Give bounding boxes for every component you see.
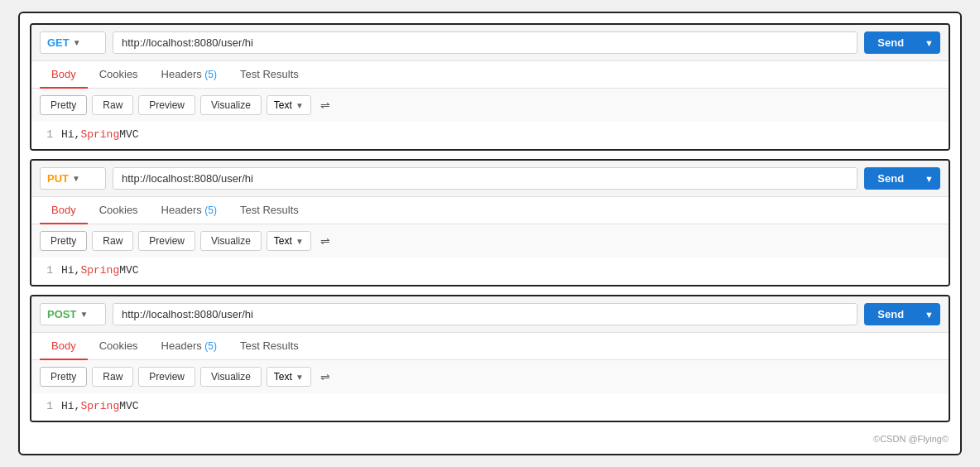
send-label-1: Send xyxy=(864,36,917,49)
tabs-bar-1: Body Cookies Headers (5) Test Results xyxy=(31,61,949,89)
code-spring-3: Spring xyxy=(80,400,119,412)
send-arrow-2: ▼ xyxy=(918,174,940,184)
footer-text: ©CSDN @Flying© xyxy=(873,434,949,444)
tab-testresults-2[interactable]: Test Results xyxy=(228,197,310,224)
format-pretty-3[interactable]: Pretty xyxy=(40,367,87,387)
tabs-bar-3: Body Cookies Headers (5) Test Results xyxy=(31,333,949,360)
format-raw-1[interactable]: Raw xyxy=(92,95,133,115)
tabs-bar-2: Body Cookies Headers (5) Test Results xyxy=(31,197,949,224)
format-preview-2[interactable]: Preview xyxy=(138,231,195,251)
send-arrow-1: ▼ xyxy=(918,38,940,48)
method-select-1[interactable]: GET ▼ xyxy=(40,31,106,54)
text-select-label-2: Text xyxy=(274,235,292,247)
url-input-1[interactable] xyxy=(113,31,858,54)
line-number-1: 1 xyxy=(40,128,53,141)
method-select-2[interactable]: PUT ▼ xyxy=(40,167,106,190)
tab-body-3[interactable]: Body xyxy=(40,333,88,360)
text-select-3[interactable]: Text ▼ xyxy=(267,367,311,387)
format-visualize-3[interactable]: Visualize xyxy=(200,367,262,387)
headers-badge-3: (5) xyxy=(204,340,217,352)
code-hi-1: Hi, xyxy=(61,128,80,141)
send-label-3: Send xyxy=(864,308,917,320)
format-pretty-1[interactable]: Pretty xyxy=(40,95,87,115)
line-number-2: 1 xyxy=(40,264,53,277)
send-arrow-3: ▼ xyxy=(918,310,940,320)
code-hi-2: Hi, xyxy=(61,264,80,277)
send-button-3[interactable]: Send ▼ xyxy=(864,303,940,325)
headers-badge-2: (5) xyxy=(204,205,217,216)
format-raw-3[interactable]: Raw xyxy=(92,367,133,387)
tab-headers-2[interactable]: Headers (5) xyxy=(150,197,228,224)
text-select-chevron-1: ▼ xyxy=(295,101,304,110)
format-preview-1[interactable]: Preview xyxy=(138,95,195,115)
method-label-3: POST xyxy=(47,308,76,320)
method-chevron-3: ▼ xyxy=(79,310,88,319)
tab-body-2[interactable]: Body xyxy=(40,197,88,224)
request-block-2: PUT ▼ Send ▼ Body Cookies Headers (5) Te… xyxy=(30,159,950,286)
text-select-2[interactable]: Text ▼ xyxy=(267,231,311,251)
text-select-chevron-3: ▼ xyxy=(295,373,304,382)
wrap-icon-1[interactable]: ⇌ xyxy=(316,96,334,114)
code-line-3: 1 Hi,SpringMVC xyxy=(40,400,940,412)
tab-testresults-3[interactable]: Test Results xyxy=(228,333,310,360)
wrap-icon-2[interactable]: ⇌ xyxy=(316,232,334,250)
code-line-2: 1 Hi,SpringMVC xyxy=(40,264,940,277)
url-input-3[interactable] xyxy=(113,303,858,325)
tab-headers-3[interactable]: Headers (5) xyxy=(150,333,228,360)
method-label-1: GET xyxy=(47,36,70,49)
text-select-1[interactable]: Text ▼ xyxy=(267,95,311,115)
code-hi-3: Hi, xyxy=(61,400,80,412)
headers-badge-1: (5) xyxy=(204,69,217,80)
send-button-1[interactable]: Send ▼ xyxy=(864,31,940,54)
main-container: GET ▼ Send ▼ Body Cookies Headers (5) Te… xyxy=(18,12,962,455)
code-mvc-3: MVC xyxy=(119,400,138,412)
wrap-icon-3[interactable]: ⇌ xyxy=(316,368,334,386)
code-content-2: Hi,SpringMVC xyxy=(61,264,139,277)
code-mvc-1: MVC xyxy=(119,128,138,141)
body-toolbar-3: Pretty Raw Preview Visualize Text ▼ ⇌ xyxy=(31,360,949,393)
url-bar-3: POST ▼ Send ▼ xyxy=(31,296,949,333)
format-raw-2[interactable]: Raw xyxy=(92,231,133,251)
tab-body-1[interactable]: Body xyxy=(40,61,88,89)
body-toolbar-2: Pretty Raw Preview Visualize Text ▼ ⇌ xyxy=(31,224,949,258)
format-pretty-2[interactable]: Pretty xyxy=(40,231,87,251)
code-area-1: 1 Hi,SpringMVC xyxy=(31,122,949,149)
tab-cookies-3[interactable]: Cookies xyxy=(88,333,150,360)
format-visualize-1[interactable]: Visualize xyxy=(200,95,262,115)
tab-cookies-2[interactable]: Cookies xyxy=(88,197,150,224)
code-line-1: 1 Hi,SpringMVC xyxy=(40,128,940,141)
url-bar-1: GET ▼ Send ▼ xyxy=(31,25,949,61)
page-footer: ©CSDN @Flying© xyxy=(30,431,950,444)
request-block-1: GET ▼ Send ▼ Body Cookies Headers (5) Te… xyxy=(30,23,950,151)
code-area-2: 1 Hi,SpringMVC xyxy=(31,258,949,285)
format-visualize-2[interactable]: Visualize xyxy=(200,231,262,251)
method-chevron-2: ▼ xyxy=(72,174,80,183)
tab-testresults-1[interactable]: Test Results xyxy=(228,61,310,89)
send-button-2[interactable]: Send ▼ xyxy=(864,167,940,190)
send-label-2: Send xyxy=(864,172,917,185)
code-area-3: 1 Hi,SpringMVC xyxy=(31,393,949,421)
url-input-2[interactable] xyxy=(113,167,858,190)
method-chevron-1: ▼ xyxy=(73,38,81,47)
url-bar-2: PUT ▼ Send ▼ xyxy=(31,161,949,197)
text-select-chevron-2: ▼ xyxy=(295,237,304,246)
method-select-3[interactable]: POST ▼ xyxy=(40,303,106,325)
code-content-1: Hi,SpringMVC xyxy=(61,128,139,141)
code-spring-2: Spring xyxy=(80,264,119,277)
request-block-3: POST ▼ Send ▼ Body Cookies Headers (5) T… xyxy=(30,295,950,422)
body-toolbar-1: Pretty Raw Preview Visualize Text ▼ ⇌ xyxy=(31,89,949,122)
code-mvc-2: MVC xyxy=(119,264,138,277)
text-select-label-3: Text xyxy=(274,371,292,383)
text-select-label-1: Text xyxy=(274,99,292,111)
tab-cookies-1[interactable]: Cookies xyxy=(88,61,150,89)
line-number-3: 1 xyxy=(40,400,53,412)
format-preview-3[interactable]: Preview xyxy=(138,367,195,387)
code-spring-1: Spring xyxy=(80,128,119,141)
tab-headers-1[interactable]: Headers (5) xyxy=(150,61,228,89)
method-label-2: PUT xyxy=(47,172,69,185)
code-content-3: Hi,SpringMVC xyxy=(61,400,139,412)
